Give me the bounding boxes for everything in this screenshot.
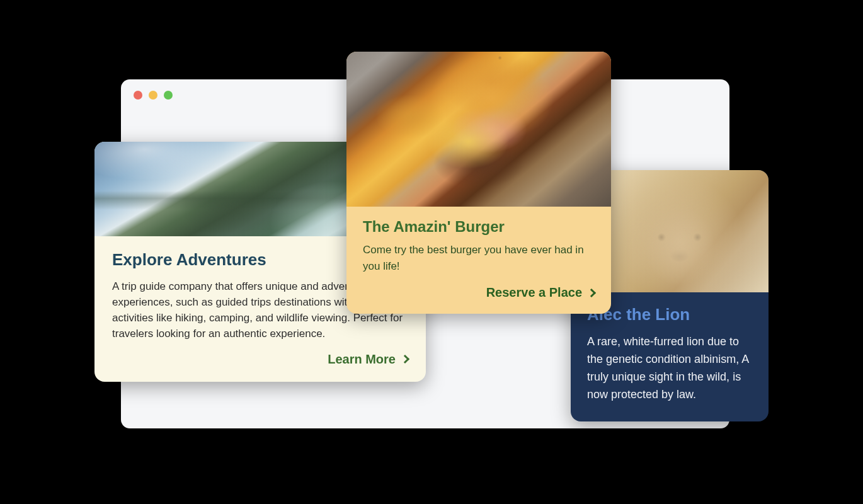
reserve-place-button[interactable]: Reserve a Place	[363, 285, 595, 300]
learn-more-label: Learn More	[328, 352, 396, 367]
window-minimize-icon[interactable]	[149, 91, 157, 100]
window-maximize-icon[interactable]	[164, 91, 173, 100]
learn-more-button[interactable]: Learn More	[112, 352, 408, 367]
card-lion-title: Alec the Lion	[587, 305, 752, 324]
card-burger: The Amazin' Burger Come try the best bur…	[346, 52, 611, 314]
card-burger-image	[346, 52, 611, 207]
card-lion-description: A rare, white-furred lion due to the gen…	[587, 333, 752, 404]
reserve-place-label: Reserve a Place	[486, 285, 582, 300]
window-close-icon[interactable]	[134, 91, 142, 100]
chevron-right-icon	[401, 355, 409, 364]
card-burger-description: Come try the best burger you have ever h…	[363, 242, 595, 274]
card-burger-title: The Amazin' Burger	[363, 218, 595, 236]
card-burger-body: The Amazin' Burger Come try the best bur…	[346, 207, 611, 314]
chevron-right-icon	[587, 288, 596, 297]
